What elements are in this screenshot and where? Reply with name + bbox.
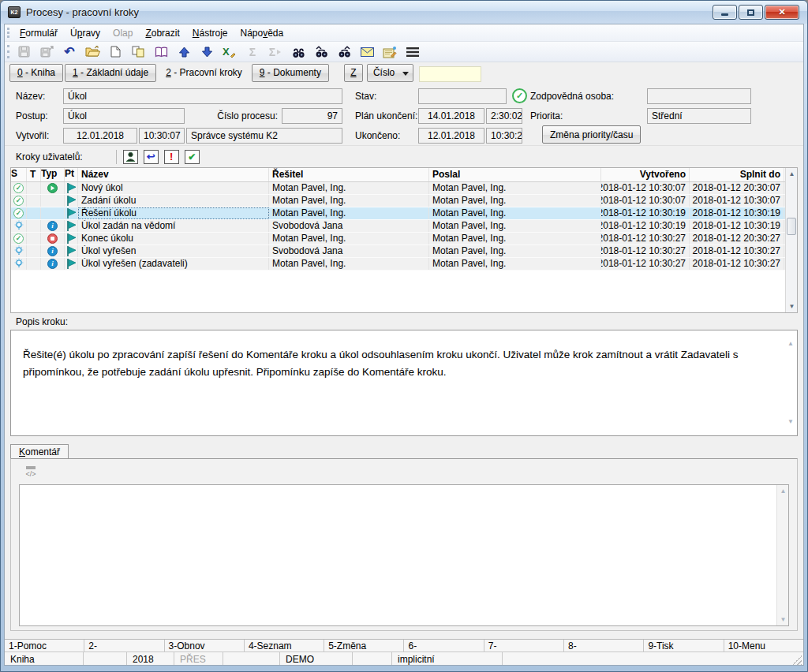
scroll-down-icon[interactable]: ▼ — [786, 301, 798, 312]
column-header-vytvoreno[interactable]: Vytvořeno — [601, 168, 690, 181]
fkey-6[interactable]: 6- — [404, 640, 484, 651]
menu-item-upravy[interactable]: Úpravy — [64, 25, 107, 41]
table-row[interactable]: ✓Zadání úkoluMotan Pavel, Ing.Motan Pave… — [11, 195, 797, 207]
fkey-9-tisk[interactable]: 9-Tisk — [644, 640, 724, 651]
tab-1-zakladni-udaje[interactable]: 1 - Základní údaje — [65, 64, 156, 82]
undo-icon[interactable]: ↶ — [59, 43, 80, 61]
scroll-up-icon[interactable]: ▲ — [786, 168, 798, 180]
confirm-step-icon[interactable]: ✔ — [185, 150, 200, 164]
find-next-icon[interactable] — [311, 43, 331, 61]
fkey-10-menu[interactable]: 10-Menu — [724, 640, 803, 651]
steps-table: STTypPtNázevŘešitelPoslalVytvořenoSplnit… — [10, 167, 798, 313]
flag-icon — [65, 220, 78, 232]
vytvoril-name-field[interactable]: Správce systému K2 — [186, 128, 342, 144]
table-header[interactable]: STTypPtNázevŘešitelPoslalVytvořenoSplnit… — [11, 168, 797, 182]
table-row[interactable]: iÚkol vyřešen (zadavateli)Motan Pavel, I… — [11, 258, 797, 271]
scroll-down-icon[interactable]: ▼ — [777, 614, 789, 625]
zodpovedna-osoba-field[interactable] — [647, 88, 751, 104]
table-vertical-scrollbar[interactable]: ▲ ▼ — [785, 168, 797, 312]
zmena-priority-casu-button[interactable]: Změna priority/času — [542, 125, 641, 144]
tab-komentar[interactable]: Komentář — [10, 444, 69, 459]
table-row[interactable]: ✓Řešení úkoluMotan Pavel, Ing.Motan Pave… — [11, 207, 797, 220]
minimize-button[interactable] — [713, 5, 737, 20]
mail-icon[interactable] — [357, 43, 377, 61]
plan-ukonceni-date-field[interactable]: 14.01.2018 — [418, 108, 484, 124]
tab-0-kniha[interactable]: 0 - Kniha — [9, 64, 63, 82]
cell-splnit-do: 2018-01-12 20:30:27 — [690, 233, 784, 245]
column-header-poslal[interactable]: Poslal — [429, 168, 601, 181]
cell-resitel: Motan Pavel, Ing. — [269, 182, 429, 194]
fkey-5-zmena[interactable]: 5-Změna — [324, 640, 404, 651]
vytvoril-date-field[interactable]: 12.01.2018 — [63, 128, 137, 144]
move-up-icon[interactable] — [174, 43, 194, 61]
user-steps-icon[interactable] — [123, 150, 138, 164]
menu-list-icon[interactable] — [402, 43, 423, 61]
copy-documents-icon[interactable] — [128, 43, 148, 61]
fkey-2[interactable]: 2- — [84, 640, 164, 651]
scroll-up-icon[interactable]: ▲ — [777, 485, 789, 497]
tab-9-dokumenty[interactable]: 9 - Dokumenty — [252, 64, 329, 82]
new-document-icon[interactable] — [105, 43, 125, 61]
scroll-down-icon[interactable]: ▼ — [787, 413, 794, 431]
comment-textarea[interactable]: ▲ ▼ — [19, 484, 789, 626]
scroll-up-icon[interactable]: ▲ — [787, 335, 794, 353]
table-row[interactable]: iÚkol zadán na vědomíSvobodová JanaMotan… — [11, 220, 797, 233]
priorita-field[interactable]: Střední — [647, 108, 751, 124]
column-header-nazev[interactable]: Název — [78, 168, 269, 181]
column-header-s[interactable]: S — [11, 168, 27, 181]
edit-note-icon[interactable] — [380, 43, 400, 61]
quick-search-input[interactable] — [419, 66, 481, 82]
menu-item-zobrazit[interactable]: Zobrazit — [139, 25, 185, 41]
table-row[interactable]: ✓Nový úkolMotan Pavel, Ing.Motan Pavel, … — [11, 182, 797, 195]
find-dialog-icon[interactable] — [334, 43, 354, 61]
nazev-field[interactable]: Úkol — [63, 88, 342, 104]
column-header-typ[interactable]: Typ — [41, 168, 65, 181]
resize-grip-handle[interactable] — [792, 655, 802, 665]
column-header-t[interactable]: T — [27, 168, 41, 181]
column-header-splnit-do[interactable]: Splnit do — [690, 168, 784, 181]
toolbar-grip-handle[interactable] — [7, 45, 9, 58]
z-button[interactable]: Z — [344, 64, 363, 82]
comment-scrollbar[interactable]: ▲ ▼ — [776, 485, 788, 625]
fkey-8[interactable]: 8- — [564, 640, 644, 651]
cell-poslal: Motan Pavel, Ing. — [429, 245, 601, 257]
cell-t — [27, 258, 41, 270]
separator — [116, 150, 117, 164]
fkey-1-pomoc[interactable]: 1-Pomoc — [5, 640, 84, 651]
scrollbar-thumb[interactable] — [787, 218, 796, 235]
cell-t — [27, 220, 41, 232]
ukonceno-time-field[interactable]: 10:30:27 — [486, 128, 522, 144]
cislo-procesu-field[interactable]: 97 — [282, 108, 342, 124]
column-header-resitel[interactable]: Řešitel — [269, 168, 429, 181]
vytvoril-time-field[interactable]: 10:30:07 — [139, 128, 185, 144]
menu-item-formular[interactable]: Formulář — [13, 25, 64, 41]
cell-resitel: Motan Pavel, Ing. — [269, 207, 429, 219]
fkey-7[interactable]: 7- — [484, 640, 564, 651]
field-selector-dropdown[interactable]: Číslo — [367, 64, 413, 82]
plan-ukonceni-time-field[interactable]: 2:30:02 — [486, 108, 522, 124]
cell-splnit-do: 2018-01-12 10:30:27 — [690, 245, 784, 257]
titlebar[interactable]: K2 Procesy - pracovní kroky ✕ — [1, 1, 807, 24]
excel-export-icon[interactable]: X — [219, 43, 240, 61]
fkey-4-seznam[interactable]: 4-Seznam — [245, 640, 324, 651]
close-button[interactable]: ✕ — [765, 5, 799, 20]
ukonceno-date-field[interactable]: 12.01.2018 — [418, 128, 484, 144]
important-step-icon[interactable]: ! — [164, 150, 179, 164]
menu-item-nastroje[interactable]: Nástroje — [186, 25, 234, 41]
source-view-icon[interactable]: </> — [24, 466, 38, 477]
book-icon[interactable] — [151, 43, 171, 61]
menu-item-napoveda[interactable]: Nápověda — [234, 25, 290, 41]
tab-2-pracovni-kroky[interactable]: 2 - Pracovní kroky — [158, 64, 250, 82]
fkey-3-obnov[interactable]: 3-Obnov — [165, 640, 245, 651]
return-step-icon[interactable]: ↩ — [144, 150, 159, 164]
restore-button[interactable] — [739, 5, 763, 20]
column-header-pt[interactable]: Pt — [65, 168, 78, 181]
table-row[interactable]: iÚkol vyřešenSvobodová JanaMotan Pavel, … — [11, 245, 797, 258]
menubar-grip-handle[interactable] — [7, 28, 9, 38]
find-icon[interactable] — [288, 43, 309, 61]
table-row[interactable]: ✓Konec úkoluMotan Pavel, Ing.Motan Pavel… — [11, 233, 797, 245]
open-folder-icon[interactable] — [82, 43, 103, 61]
postup-field[interactable]: Úkol — [63, 108, 185, 124]
stav-field[interactable] — [418, 88, 507, 104]
move-down-icon[interactable] — [196, 43, 217, 61]
